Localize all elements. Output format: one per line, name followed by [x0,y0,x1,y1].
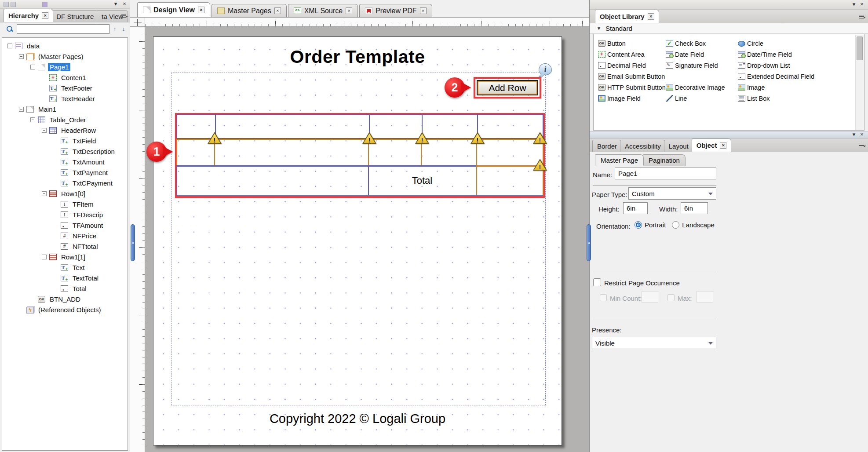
tree-item[interactable]: − TxtPayment [2,167,128,178]
search-input[interactable] [17,24,109,34]
tree-item[interactable]: − TextTotal [2,273,128,283]
library-item[interactable]: List Box [738,93,852,104]
tree-item[interactable]: − TextFooter [2,83,128,93]
section-collapse-icon[interactable]: ▼ [597,26,601,31]
close-panel-icon[interactable]: × [858,131,865,138]
copyright-text[interactable]: Copyright 2022 © Logali Group [153,412,562,426]
tree-item[interactable]: − TxtField [2,135,128,146]
palette-tab[interactable]: Object × [692,139,732,152]
palette-tab[interactable]: Accessibility × [620,140,666,152]
orientation-radio[interactable]: Portrait [635,221,666,229]
tree-item[interactable]: − TextHeader [2,93,128,104]
close-icon[interactable]: × [720,142,726,149]
expander-icon[interactable]: − [42,128,47,133]
close-panel-icon[interactable]: × [858,1,865,7]
tree-item[interactable]: − NFTtotal [2,241,128,252]
expander-icon[interactable]: − [19,107,24,112]
tree-item[interactable]: − (Master Pages) [2,51,128,62]
library-item[interactable]: Decimal Field [598,60,666,71]
library-item[interactable]: Email Submit Button [598,71,666,82]
table-total-row[interactable] [176,165,543,196]
radio-icon[interactable] [672,221,679,229]
expander-icon[interactable]: − [30,117,35,122]
search-down-icon[interactable]: ↓ [120,26,127,33]
palette-tab[interactable]: Border × [592,140,622,152]
orientation-radio[interactable]: Landscape [672,221,714,229]
table-header-cell[interactable] [369,115,422,138]
close-icon[interactable]: × [420,7,427,14]
expander-icon[interactable]: − [42,255,47,259]
library-item[interactable]: Extended Decimal Field [738,71,852,82]
library-item[interactable]: Check Box [666,38,738,49]
toolbar-icon[interactable] [42,2,47,7]
palette-subtab[interactable]: Pagination [643,154,686,166]
form-title-text[interactable]: Order Template [153,47,562,67]
height-field[interactable] [623,202,648,214]
paper-type-dropdown[interactable]: Custom [628,187,716,200]
tree-item[interactable]: − Text [2,262,128,273]
library-scrollbar[interactable] [855,35,864,130]
toolbar-icon[interactable] [11,2,16,7]
expander-icon[interactable]: − [42,191,47,196]
palette-tab[interactable]: Layout × [664,140,693,152]
tree-item[interactable]: − BTN_ADD [2,294,128,304]
left-splitter-handle[interactable]: « [131,224,135,261]
close-icon[interactable]: × [198,7,204,13]
palette-menu-icon[interactable] [859,14,866,20]
library-item[interactable]: Signature Field [666,60,738,71]
library-item[interactable]: Line [666,93,738,104]
tree-item[interactable]: − Row1[1] [2,252,128,262]
view-tab[interactable]: XML Source × [288,4,358,17]
close-icon[interactable]: × [42,12,48,19]
view-tab[interactable]: Preview PDF × [359,4,432,17]
info-icon[interactable]: i [539,63,552,75]
table-header-cell[interactable] [215,115,369,138]
tree-item[interactable]: − TxtAmount [2,157,128,167]
library-item[interactable]: Drop-down List [738,60,852,71]
close-panel-icon[interactable]: × [121,0,128,7]
collapse-panel-icon[interactable]: ▾ [850,1,857,7]
tree-item[interactable]: − TFAmount [2,220,128,230]
tree-item[interactable]: − TFDescrip [2,209,128,220]
search-up-icon[interactable]: ↑ [111,26,118,33]
library-item[interactable]: Date/Time Field [738,49,852,60]
collapse-panel-icon[interactable]: ▾ [850,131,857,138]
library-item[interactable]: Image Field [598,93,666,104]
name-field[interactable] [615,168,716,179]
close-icon[interactable]: × [346,7,352,14]
library-item[interactable]: Button [598,38,666,49]
tree-item[interactable]: − TxtCPayment [2,178,128,188]
tab-object-library[interactable]: Object Library × [595,10,659,23]
total-label[interactable]: Total [368,165,476,196]
library-item[interactable]: Image [738,82,852,93]
tree-item[interactable]: − data [2,40,128,51]
toolbar-icon[interactable] [4,2,9,7]
presence-dropdown[interactable]: Visible [592,337,716,349]
view-tab[interactable]: Master Pages × [212,4,287,17]
library-item[interactable]: Content Area [598,49,666,60]
tree-item[interactable]: − Conten1 [2,72,128,83]
tab-menu-icon[interactable] [121,13,128,19]
tree-item[interactable]: − NFPrice [2,230,128,241]
tree-item[interactable]: − Total [2,283,128,294]
tree-item[interactable]: − Page1 [2,62,128,72]
scrollbar-thumb[interactable] [857,36,863,60]
view-tab[interactable]: Design View × [137,2,210,17]
library-section-header[interactable]: ▼ Standard [590,23,868,34]
restrict-page-occurrence-checkbox[interactable] [593,278,601,286]
library-item[interactable]: HTTP Submit Button [598,82,666,93]
library-item[interactable]: Date Field [666,49,738,60]
expander-icon[interactable]: − [7,44,12,48]
palette-subtab[interactable]: Master Page [595,154,644,166]
palette-menu-icon[interactable] [859,143,866,149]
tree-item[interactable]: − HeaderRow [2,125,128,135]
tree-item[interactable]: − Main1 [2,104,128,114]
tree-item[interactable]: − (Referenced Objects) [2,304,128,315]
tree-item[interactable]: − TFItem [2,199,128,209]
tree-item[interactable]: − TxtDescription [2,146,128,157]
order-table[interactable]: Total [176,114,543,197]
panel-tab[interactable]: DF Structure × [51,10,98,22]
radio-icon[interactable] [635,221,642,229]
right-splitter-handle[interactable]: » [587,224,591,261]
design-canvas[interactable]: Order Template i Add Row 2 [145,27,589,452]
